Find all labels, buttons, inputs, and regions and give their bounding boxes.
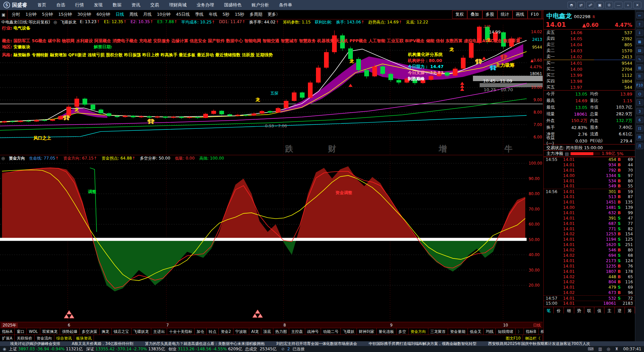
layout-toggle-icon[interactable]: ▣ (0, 10, 7, 19)
bottom-tab-主控盘[interactable]: 主控盘 (289, 328, 305, 335)
bottom-tab-镇店之宝[interactable]: 镇店之宝 (112, 328, 131, 335)
bottom-tab-宁波敢[interactable]: 宁波敢 (233, 328, 250, 335)
bottom-tab-指标A[interactable]: 指标A (0, 328, 15, 335)
bottom-tab-双紫擒龙[interactable]: 双紫擒龙 (40, 328, 60, 335)
bottom-tab-资金方向[interactable]: 资金方向 (409, 328, 428, 335)
widget-icon[interactable]: ♔ (605, 2, 613, 8)
sell-row[interactable]: 卖一14.022413 (544, 54, 635, 60)
period-1分钟[interactable]: 1分钟 (23, 10, 39, 19)
bottom-tab-扩展A[interactable]: 扩展A (0, 335, 15, 341)
collapse-icon[interactable]: ◎ (53, 20, 57, 24)
menu-item-理财商城[interactable]: 理财商城 (165, 0, 191, 10)
quote-tab-笔[interactable]: 笔 (544, 307, 554, 313)
buy-row[interactable]: 买三13.991112 (544, 72, 635, 78)
bottom-tab-十全十美指标[interactable]: 十全十美指标 (167, 328, 195, 335)
sell-row[interactable]: 卖五14.06537 (544, 30, 635, 36)
bottom-tab-三龙聚首[interactable]: 三龙聚首 (428, 328, 448, 335)
bottom-tab-〉[interactable]: 〉 (516, 328, 524, 335)
menu-item-国盛特色[interactable]: 国盛特色 (220, 0, 246, 10)
menu-item-数据[interactable]: 数据 (108, 0, 126, 10)
right-strip-item-14[interactable]: 周 (636, 134, 643, 140)
index-quote[interactable]: 深证 13355.42 -370.14 -2.70% 13835亿 (86, 346, 165, 352)
bottom-tab-量化连板[interactable]: 量化连板 (377, 328, 396, 335)
list-icon[interactable]: ▤ (565, 151, 569, 156)
right-strip-item-0[interactable]: ⇦ (636, 12, 643, 18)
switch-icon[interactable]: ⇄ (577, 2, 585, 8)
message-icon[interactable]: ◓ (568, 2, 576, 8)
quote-tab-筹[interactable]: 筹 (625, 307, 635, 313)
bottom-tab-窗口[interactable]: 窗口 (15, 328, 27, 335)
right-strip-item-12[interactable]: 6 (636, 117, 643, 123)
sell-row[interactable]: 卖四14.052392 (544, 36, 635, 42)
sell-row[interactable]: 卖二14.031570 (544, 48, 635, 54)
bottom-tab-WOL[interactable]: WOL (27, 328, 40, 335)
screen-icon[interactable]: ▣ (596, 2, 604, 8)
bottom-tab-热力图[interactable]: 热力图 (273, 328, 289, 335)
news-ticker[interactable]: 埃美讨论沙姆沙伊赫峰会安排 A股又见天价离婚，34亿股份待分割 算力的尽头真是电… (0, 341, 644, 346)
right-strip-item-13[interactable]: 日 (636, 125, 643, 132)
menu-item-行情[interactable]: 行情 (71, 0, 88, 10)
period-日线[interactable]: 日线 (113, 10, 126, 19)
period-5秒[interactable]: 5秒 (220, 10, 231, 19)
right-strip-item-5[interactable]: ∿ (636, 56, 643, 62)
right-strip-item-7[interactable]: ⎘ (636, 73, 643, 79)
bottom-tab-综合资讯[interactable]: 综合资讯 (54, 335, 74, 341)
period-多周期[interactable]: 多周期 (247, 10, 265, 19)
bottom-tab-转点[interactable]: 转点 (207, 328, 219, 335)
app-logo[interactable]: S 国盛睿 (0, 2, 33, 8)
tool-多股[interactable]: 多股 (482, 10, 497, 19)
tool-画线[interactable]: 画线 (513, 10, 528, 19)
bottom-tab-擒龙[interactable]: 擒龙 (100, 328, 112, 335)
period-月线[interactable]: 月线 (141, 10, 154, 19)
maximize-button[interactable]: ＋ (624, 2, 632, 8)
bottom-tab-资金量能[interactable]: 资金量能 (448, 328, 468, 335)
period-更多〉[interactable]: 更多〉 (265, 10, 283, 19)
menu-item-发现[interactable]: 发现 (90, 0, 107, 10)
right-strip-item-8[interactable]: F10 (636, 82, 643, 88)
minimize-button[interactable]: — (614, 2, 623, 8)
index-quotes[interactable]: 上证 3897.03 -36.94 -0.94% 11321亿深证 13355.… (9, 346, 242, 352)
main-chart-pane[interactable]: 10.45 - 11.0910.25 - 10.70上环14.99主力吸筹龙龙龙… (0, 25, 543, 155)
period-60分钟[interactable]: 60分钟 (94, 10, 113, 19)
bottom-tab-板块资讯[interactable]: 板块资讯 (74, 335, 94, 341)
target-icon[interactable]: ◎ (607, 347, 610, 351)
tool-F10[interactable]: F10 (528, 10, 542, 19)
buy-row[interactable]: 买四13.981804 (544, 78, 635, 84)
quote-tab-势[interactable]: 势 (574, 307, 584, 313)
index-quote[interactable]: 上证 3897.03 -36.94 -0.94% 11321亿 (9, 346, 83, 352)
bottom-tab-关联报价[interactable]: 关联报价 (15, 335, 35, 341)
bottom-tab-飞碟妖龙[interactable]: 飞碟妖龙 (131, 328, 151, 335)
bottom-tab-均线[interactable]: 均线 (484, 328, 496, 335)
tick-list[interactable]: 14:5514.01454B6914.01934B4414.01792B7014… (544, 157, 635, 307)
buy-row[interactable]: 买一14.019544 (544, 60, 635, 66)
period-分时[interactable]: 分时 (9, 10, 22, 19)
bottom-tab-主进出[interactable]: 主进出 (151, 328, 167, 335)
bottom-tab-强势起爆[interactable]: 强势起爆 (60, 328, 80, 335)
period-周线[interactable]: 周线 (127, 10, 140, 19)
menu-item-账户分析[interactable]: 账户分析 (247, 0, 273, 10)
bottom-tab-侧边栏《[interactable]: 侧边栏《 (523, 335, 543, 341)
buy-row[interactable]: 买二14.002704 (544, 66, 635, 72)
period-年线[interactable]: 年线 (206, 10, 219, 19)
right-strip-item-3[interactable]: ▦ (636, 38, 643, 45)
keyboard-icon[interactable]: ⌨ (588, 347, 593, 351)
bottom-tab-低金叉[interactable]: 低金叉 (468, 328, 484, 335)
bottom-tab-动能二号[interactable]: 动能二号 (321, 328, 341, 335)
bottom-tab-财神到家[interactable]: 财神到家 (357, 328, 377, 335)
quote-tab-主[interactable]: 主 (604, 307, 614, 313)
right-strip-item-2[interactable]: ⇩ (636, 30, 643, 36)
right-strip-item-15[interactable]: 月 (636, 143, 643, 149)
indicator-pane[interactable]: 100.0090.0080.0070.0060.0050.0040.0030.0… (0, 161, 543, 322)
tool-叠加[interactable]: 叠加 (467, 10, 482, 19)
bottom-tab-飞碟妖[interactable]: 飞碟妖 (341, 328, 357, 335)
bottom-tab-多空[interactable]: 多空 (396, 328, 409, 335)
right-strip-item-1[interactable]: ⇧ (636, 21, 643, 27)
period-15分钟[interactable]: 15分钟 (56, 10, 74, 19)
collapse-indicator-icon[interactable]: ◎ (1, 156, 5, 161)
period-10分钟[interactable]: 10分钟 (155, 10, 173, 19)
right-strip-item-6[interactable]: ▥ (636, 64, 643, 71)
menu-item-自选[interactable]: 自选 (52, 0, 69, 10)
bottom-tab-图文F10[interactable]: 图文F10 (504, 335, 523, 341)
indicator-title[interactable]: 资金方向 (9, 156, 25, 161)
period-5分钟[interactable]: 5分钟 (40, 10, 55, 19)
